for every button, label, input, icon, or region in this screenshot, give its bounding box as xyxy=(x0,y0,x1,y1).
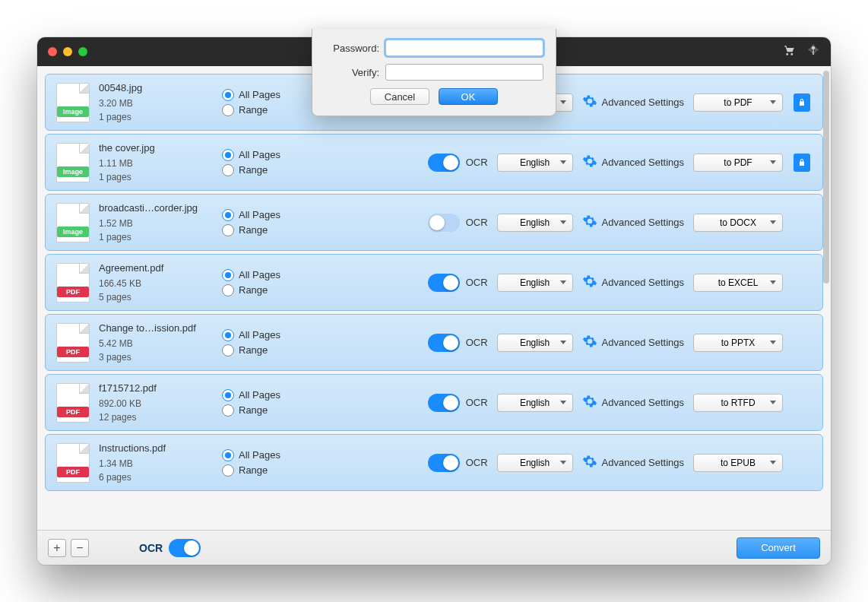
advanced-settings[interactable]: Advanced Settings xyxy=(582,214,684,232)
output-format-select[interactable]: to PDF xyxy=(693,93,783,112)
file-type-badge: Image xyxy=(57,166,89,177)
file-type-badge: PDF xyxy=(57,347,89,357)
file-name: the cover.jpg xyxy=(99,142,213,154)
gear-icon xyxy=(582,454,597,472)
advanced-settings[interactable]: Advanced Settings xyxy=(582,454,684,472)
add-file-button[interactable]: + xyxy=(48,539,66,557)
lock-icon[interactable] xyxy=(794,154,810,172)
file-type-icon: PDF xyxy=(56,323,90,363)
verify-label: Verify: xyxy=(325,67,379,78)
all-pages-radio[interactable]: All Pages xyxy=(222,389,313,401)
file-size: 892.00 KB xyxy=(99,398,213,409)
cart-icon[interactable] xyxy=(782,43,796,60)
all-pages-radio[interactable]: All Pages xyxy=(222,269,313,281)
all-pages-radio[interactable]: All Pages xyxy=(222,149,313,161)
range-radio[interactable]: Range xyxy=(222,284,313,296)
all-pages-radio[interactable]: All Pages xyxy=(222,209,313,221)
file-type-icon: PDF xyxy=(56,263,90,303)
app-window: Enolsoft PDF Converter with OCR (Unactiv… xyxy=(37,37,831,565)
file-name: Change to…ission.pdf xyxy=(99,322,213,334)
remove-file-button[interactable]: − xyxy=(71,539,89,557)
output-format-select[interactable]: to RTFD xyxy=(693,394,783,412)
file-size: 1.52 MB xyxy=(99,218,213,229)
language-select[interactable]: English xyxy=(497,214,573,232)
file-type-icon: PDF xyxy=(56,443,90,483)
advanced-settings[interactable]: Advanced Settings xyxy=(582,274,684,292)
range-radio[interactable]: Range xyxy=(222,464,313,477)
advanced-label: Advanced Settings xyxy=(602,217,684,228)
ocr-toggle[interactable] xyxy=(428,154,460,172)
advanced-settings[interactable]: Advanced Settings xyxy=(582,394,684,412)
file-size: 166.45 KB xyxy=(99,278,213,289)
language-select[interactable]: English xyxy=(497,394,573,412)
file-row[interactable]: PDF Instructions.pdf 1.34 MB 6 pages All… xyxy=(45,434,823,491)
footer: + − OCR Convert xyxy=(37,530,831,565)
ocr-toggle[interactable] xyxy=(428,394,460,412)
ocr-toggle[interactable] xyxy=(428,334,460,352)
ocr-block: OCR xyxy=(428,394,488,412)
lock-icon[interactable] xyxy=(794,93,810,112)
minimize-window-button[interactable] xyxy=(63,47,72,56)
convert-button[interactable]: Convert xyxy=(737,537,820,559)
file-row[interactable]: Image broadcasti…corder.jpg 1.52 MB 1 pa… xyxy=(45,194,823,251)
file-meta: 00548.jpg 3.20 MB 1 pages xyxy=(99,82,213,122)
global-ocr-label: OCR xyxy=(139,542,163,554)
range-radio[interactable]: Range xyxy=(222,344,313,356)
ocr-toggle[interactable] xyxy=(428,454,460,472)
settings-icon[interactable] xyxy=(806,43,820,60)
verify-input[interactable] xyxy=(385,64,543,81)
output-format-select[interactable]: to EPUB xyxy=(693,454,783,472)
gear-icon xyxy=(582,274,597,292)
gear-icon xyxy=(582,214,597,232)
file-pages: 1 pages xyxy=(99,172,213,182)
page-options: All Pages Range xyxy=(222,386,313,420)
scrollbar[interactable] xyxy=(823,71,829,284)
file-name: broadcasti…corder.jpg xyxy=(99,202,213,214)
language-select[interactable]: English xyxy=(497,154,573,172)
ocr-label: OCR xyxy=(466,217,488,228)
output-format-select[interactable]: to DOCX xyxy=(693,214,783,232)
ocr-toggle[interactable] xyxy=(428,214,460,232)
language-select[interactable]: English xyxy=(497,274,573,292)
file-row[interactable]: PDF f1715712.pdf 892.00 KB 12 pages All … xyxy=(45,374,823,431)
close-window-button[interactable] xyxy=(48,47,57,56)
advanced-settings[interactable]: Advanced Settings xyxy=(582,93,684,112)
gear-icon xyxy=(582,154,597,172)
all-pages-radio[interactable]: All Pages xyxy=(222,329,313,341)
range-radio[interactable]: Range xyxy=(222,224,313,236)
all-pages-radio[interactable]: All Pages xyxy=(222,449,313,461)
all-pages-radio[interactable]: All Pages xyxy=(222,89,313,101)
zoom-window-button[interactable] xyxy=(78,47,87,56)
advanced-settings[interactable]: Advanced Settings xyxy=(582,154,684,172)
file-type-icon: Image xyxy=(56,143,90,182)
password-input[interactable] xyxy=(385,40,543,56)
advanced-label: Advanced Settings xyxy=(602,277,684,288)
password-dialog: Password: Verify: Cancel OK xyxy=(312,37,556,116)
file-type-icon: Image xyxy=(56,83,90,122)
file-type-badge: PDF xyxy=(57,407,89,417)
ok-button[interactable]: OK xyxy=(439,88,498,105)
file-row[interactable]: PDF Change to…ission.pdf 5.42 MB 3 pages… xyxy=(45,314,823,371)
range-radio[interactable]: Range xyxy=(222,404,313,417)
file-row[interactable]: Image the cover.jpg 1.11 MB 1 pages All … xyxy=(45,134,823,191)
ocr-toggle[interactable] xyxy=(428,274,460,292)
file-name: 00548.jpg xyxy=(99,82,213,93)
output-format-select[interactable]: to EXCEL xyxy=(693,274,783,292)
advanced-settings[interactable]: Advanced Settings xyxy=(582,334,684,352)
cancel-button[interactable]: Cancel xyxy=(370,88,429,105)
output-format-select[interactable]: to PPTX xyxy=(693,334,783,352)
output-format-select[interactable]: to PDF xyxy=(693,154,783,172)
language-select[interactable]: English xyxy=(497,334,573,352)
range-radio[interactable]: Range xyxy=(222,164,313,176)
language-select[interactable]: English xyxy=(497,454,573,472)
file-type-badge: Image xyxy=(57,106,89,117)
global-ocr-toggle[interactable] xyxy=(169,539,201,557)
gear-icon xyxy=(582,394,597,412)
password-label: Password: xyxy=(325,43,379,54)
traffic-lights xyxy=(48,47,87,56)
range-radio[interactable]: Range xyxy=(222,104,313,116)
file-row[interactable]: PDF Agreement.pdf 166.45 KB 5 pages All … xyxy=(45,254,823,311)
file-meta: the cover.jpg 1.11 MB 1 pages xyxy=(99,142,213,182)
file-type-badge: PDF xyxy=(57,287,89,297)
file-pages: 1 pages xyxy=(99,232,213,242)
